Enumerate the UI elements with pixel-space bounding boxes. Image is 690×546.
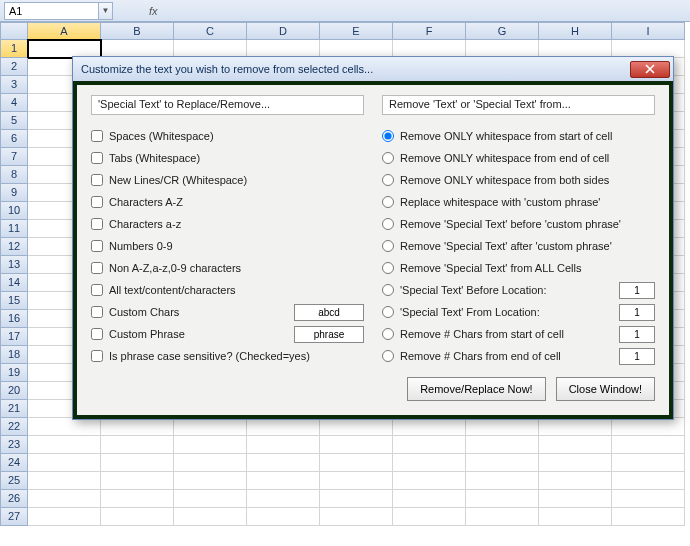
row-header[interactable]: 23 [0, 436, 28, 454]
row-header[interactable]: 16 [0, 310, 28, 328]
row-header[interactable]: 22 [0, 418, 28, 436]
cell[interactable] [174, 508, 247, 526]
column-header[interactable]: H [539, 22, 612, 40]
option-radio[interactable] [382, 306, 394, 318]
row-header[interactable]: 4 [0, 94, 28, 112]
cell[interactable] [174, 454, 247, 472]
remove-replace-button[interactable]: Remove/Replace Now! [407, 377, 546, 401]
option-number-input[interactable] [619, 304, 655, 321]
cell[interactable] [393, 472, 466, 490]
name-box[interactable]: A1 [4, 2, 99, 20]
row-header[interactable]: 5 [0, 112, 28, 130]
row-header[interactable]: 9 [0, 184, 28, 202]
row-header[interactable]: 1 [0, 40, 28, 58]
option-radio[interactable] [382, 284, 394, 296]
cell[interactable] [612, 418, 685, 436]
cell[interactable] [539, 508, 612, 526]
cell[interactable] [28, 490, 101, 508]
option-checkbox[interactable] [91, 152, 103, 164]
column-header[interactable]: I [612, 22, 685, 40]
cell[interactable] [393, 436, 466, 454]
cell[interactable] [247, 508, 320, 526]
custom-phrase-checkbox[interactable] [91, 328, 103, 340]
cell[interactable] [320, 490, 393, 508]
option-radio[interactable] [382, 218, 394, 230]
case-sensitive-checkbox[interactable] [91, 350, 103, 362]
select-all-corner[interactable] [0, 22, 28, 40]
row-header[interactable]: 7 [0, 148, 28, 166]
cell[interactable] [174, 436, 247, 454]
row-header[interactable]: 25 [0, 472, 28, 490]
cell[interactable] [539, 490, 612, 508]
column-header[interactable]: E [320, 22, 393, 40]
column-header[interactable]: A [28, 22, 101, 40]
option-radio[interactable] [382, 174, 394, 186]
cell[interactable] [393, 418, 466, 436]
cell[interactable] [247, 472, 320, 490]
custom-chars-checkbox[interactable] [91, 306, 103, 318]
option-checkbox[interactable] [91, 240, 103, 252]
cell[interactable] [466, 418, 539, 436]
cell[interactable] [247, 418, 320, 436]
cell[interactable] [612, 508, 685, 526]
cell[interactable] [28, 508, 101, 526]
row-header[interactable]: 18 [0, 346, 28, 364]
row-header[interactable]: 17 [0, 328, 28, 346]
cell[interactable] [393, 508, 466, 526]
cell[interactable] [320, 436, 393, 454]
option-number-input[interactable] [619, 282, 655, 299]
cell[interactable] [320, 508, 393, 526]
row-header[interactable]: 3 [0, 76, 28, 94]
option-radio[interactable] [382, 262, 394, 274]
row-header[interactable]: 14 [0, 274, 28, 292]
column-header[interactable]: D [247, 22, 320, 40]
column-header[interactable]: C [174, 22, 247, 40]
cell[interactable] [466, 508, 539, 526]
option-checkbox[interactable] [91, 130, 103, 142]
cell[interactable] [101, 490, 174, 508]
cell[interactable] [539, 472, 612, 490]
dialog-titlebar[interactable]: Customize the text you wish to remove fr… [73, 57, 673, 81]
option-checkbox[interactable] [91, 262, 103, 274]
option-number-input[interactable] [619, 326, 655, 343]
custom-chars-input[interactable] [294, 304, 364, 321]
option-checkbox[interactable] [91, 174, 103, 186]
cell[interactable] [247, 490, 320, 508]
option-number-input[interactable] [619, 348, 655, 365]
option-radio[interactable] [382, 130, 394, 142]
cell[interactable] [101, 454, 174, 472]
row-header[interactable]: 20 [0, 382, 28, 400]
row-header[interactable]: 19 [0, 364, 28, 382]
option-checkbox[interactable] [91, 218, 103, 230]
cell[interactable] [466, 472, 539, 490]
cell[interactable] [247, 436, 320, 454]
cell[interactable] [539, 418, 612, 436]
cell[interactable] [393, 490, 466, 508]
custom-phrase-input[interactable] [294, 326, 364, 343]
row-header[interactable]: 21 [0, 400, 28, 418]
cell[interactable] [28, 472, 101, 490]
column-header[interactable]: F [393, 22, 466, 40]
cell[interactable] [28, 436, 101, 454]
cell[interactable] [466, 490, 539, 508]
row-header[interactable]: 11 [0, 220, 28, 238]
row-header[interactable]: 27 [0, 508, 28, 526]
name-box-dropdown[interactable]: ▼ [99, 2, 113, 20]
row-header[interactable]: 10 [0, 202, 28, 220]
column-header[interactable]: B [101, 22, 174, 40]
option-radio[interactable] [382, 328, 394, 340]
cell[interactable] [28, 454, 101, 472]
cell[interactable] [174, 472, 247, 490]
cell[interactable] [101, 436, 174, 454]
row-header[interactable]: 8 [0, 166, 28, 184]
cell[interactable] [320, 454, 393, 472]
cell[interactable] [174, 418, 247, 436]
cell[interactable] [101, 418, 174, 436]
cell[interactable] [393, 454, 466, 472]
cell[interactable] [612, 454, 685, 472]
option-radio[interactable] [382, 196, 394, 208]
cell[interactable] [539, 454, 612, 472]
cell[interactable] [320, 472, 393, 490]
row-header[interactable]: 24 [0, 454, 28, 472]
option-checkbox[interactable] [91, 284, 103, 296]
